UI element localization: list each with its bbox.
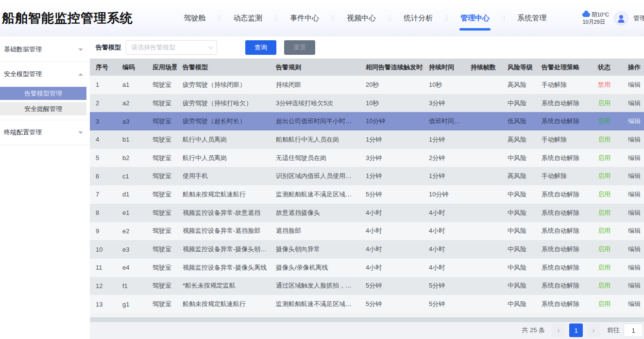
goto-label: 前往	[607, 326, 620, 335]
horizontal-scrollbar[interactable]	[90, 317, 644, 322]
next-page-button[interactable]: ›	[587, 323, 600, 337]
chevron-left-icon: ‹	[558, 326, 560, 334]
cell-index: 3	[90, 112, 117, 130]
nav-item-5[interactable]: 统计分析	[404, 9, 433, 28]
cell-action[interactable]: 编辑	[622, 277, 644, 295]
page-number-1[interactable]: 1	[569, 323, 583, 337]
cell-action[interactable]: 编辑	[622, 204, 644, 222]
user-avatar[interactable]	[614, 11, 628, 26]
cell-status: 启用	[592, 240, 622, 258]
cell-interval: 5分钟	[360, 295, 423, 313]
cell-scene: 驾驶室	[147, 222, 177, 241]
cell-scene: 驾驶室	[147, 76, 177, 94]
cell-model: 视频监控设备异常-故意遮挡	[177, 204, 270, 222]
cell-action[interactable]: 编辑	[622, 149, 644, 167]
select-placeholder: 请选择告警模型	[131, 43, 175, 52]
cell-action[interactable]: 编辑	[622, 185, 644, 204]
cell-interval: 4小时	[360, 240, 423, 258]
cell-scene: 驾驶室	[147, 204, 177, 222]
cell-strategy: 系统自动解除	[536, 222, 592, 241]
nav-item-6[interactable]: 管理中心	[460, 9, 490, 28]
nav-item-1[interactable]: 驾驶舱	[184, 9, 205, 28]
table-row-6[interactable]: 6c1驾驶室使用手机识别区域内值班人员使用手机1分钟1分钟高风险手动解除启用编辑	[90, 167, 644, 185]
sidebar-group-header-1[interactable]: 基础数据管理	[0, 39, 90, 60]
cell-index: 6	[90, 167, 117, 185]
cell-action[interactable]: 编辑	[622, 295, 644, 313]
table-row-9[interactable]: 9e2驾驶室视频监控设备异常-遮挡脸部遮挡脸部4小时4小时中风险系统自动解除启用…	[90, 222, 644, 241]
cell-risk: 低风险	[502, 112, 536, 130]
cell-action[interactable]: 编辑	[622, 76, 644, 94]
cell-model: 船舶未按规定航速航行	[177, 185, 270, 204]
sidebar-group-header-3[interactable]: 终端配置管理	[0, 122, 90, 143]
cell-scene: 驾驶室	[147, 112, 177, 130]
prev-page-button[interactable]: ‹	[552, 323, 565, 337]
cell-interval: 3分钟	[360, 149, 423, 167]
cell-risk: 中风险	[502, 258, 536, 277]
table-row-11[interactable]: 11e4驾驶室视频监控设备异常-摄像头离线摄像头/录像机离线4小时4小时中风险系…	[90, 258, 644, 277]
cell-scene: 驾驶室	[147, 277, 177, 295]
table-row-8[interactable]: 8e1驾驶室视频监控设备异常-故意遮挡故意遮挡摄像头4小时4小时中风险系统自动解…	[90, 204, 644, 222]
reset-button[interactable]: 重置	[284, 40, 315, 55]
column-header-3: 应用场景	[147, 59, 177, 76]
table-row-1[interactable]: 1a1驾驶室疲劳驾驶（持续闭眼）持续闭眼20秒10秒高风险手动解除禁用编辑	[90, 76, 644, 94]
cell-action[interactable]: 编辑	[622, 258, 644, 277]
cell-duration: 值班时间+30分钟	[423, 112, 465, 130]
cell-action[interactable]: 编辑	[622, 112, 644, 130]
cell-model: 航行中人员离岗	[177, 149, 270, 167]
table-row-12[interactable]: 12f1驾驶室*船长未按规定监航通过区域触发人脸抓拍，对船长身份...5分钟5分…	[90, 277, 644, 295]
cell-code: a2	[117, 94, 147, 113]
cell-status: 启用	[592, 222, 622, 241]
column-header-10: 告警处理策略	[536, 59, 592, 76]
sidebar-item-2-2[interactable]: 安全提醒管理	[0, 102, 86, 115]
nav-divider	[502, 15, 505, 21]
cell-index: 9	[90, 222, 117, 241]
cell-action[interactable]: 编辑	[622, 167, 644, 185]
cell-duration: 4小时	[423, 240, 465, 258]
goto-page-input[interactable]	[624, 323, 643, 337]
table-row-4[interactable]: 4b1驾驶室航行中人员离岗船舶航行中无人员在岗1分钟1分钟高风险手动解除启用编辑	[90, 130, 644, 149]
cell-action[interactable]: 编辑	[622, 222, 644, 241]
table-row-10[interactable]: 10e3驾驶室视频监控设备异常-摄像头朝向异常摄像头朝向异常4小时4小时中风险系…	[90, 240, 644, 258]
cell-rule: 通过区域触发人脸抓拍，对船长身份...	[270, 277, 360, 295]
chevron-down-icon	[208, 44, 213, 49]
table-row-13[interactable]: 13g1驾驶室船舶未按规定航速航行监测船舶航速不满足区域航速限制规定5分钟5分钟…	[90, 295, 644, 313]
nav-divider	[332, 15, 334, 21]
cell-status: 启用	[592, 204, 622, 222]
nav-item-3[interactable]: 事件中心	[290, 9, 319, 28]
cell-status: 启用	[592, 185, 622, 204]
cell-action[interactable]: 编辑	[622, 130, 644, 149]
table-row-3[interactable]: 3a3驾驶室疲劳驾驶（超长时长）超出公司值班时间半小时未按规定交接10分钟值班时…	[90, 112, 644, 130]
sidebar-item-2-1[interactable]: 告警模型管理	[0, 87, 86, 100]
cell-status: 启用	[592, 112, 622, 130]
cell-action[interactable]: 编辑	[622, 240, 644, 258]
cell-index: 12	[90, 277, 117, 295]
cell-strategy: 手动解除	[536, 167, 592, 185]
nav-item-2[interactable]: 动态监测	[233, 9, 262, 28]
weather-date: 10月29日	[582, 18, 609, 26]
nav-divider	[218, 15, 220, 21]
cell-risk: 中风险	[502, 94, 536, 113]
cell-code: g1	[117, 295, 147, 313]
cell-index: 2	[90, 94, 117, 113]
query-button[interactable]: 查询	[245, 40, 276, 55]
column-header-9: 风险等级	[502, 59, 536, 76]
sidebar-group-header-2[interactable]: 安全模型管理	[0, 64, 90, 84]
table-tail	[90, 313, 644, 317]
cell-interval: 4小时	[360, 258, 423, 277]
table-row-2[interactable]: 2a2驾驶室疲劳驾驶（持续打哈欠）3分钟连续打哈欠5次10秒3分钟中风险系统自动…	[90, 94, 644, 113]
user-name: 管理员	[633, 14, 644, 23]
table-row-5[interactable]: 5b2驾驶室航行中人员离岗无适任驾驶员在岗3分钟2分钟中风险系统自动解除启用编辑	[90, 149, 644, 167]
alarm-model-select[interactable]: 请选择告警模型	[126, 40, 217, 55]
cell-rule: 识别区域内值班人员使用手机	[270, 167, 360, 185]
nav-item-4[interactable]: 视频中心	[347, 9, 376, 28]
cell-scene: 驾驶室	[147, 295, 177, 313]
cell-model: 视频监控设备异常-摄像头朝向异常	[177, 240, 270, 258]
cell-strategy: 系统自动解除	[536, 277, 592, 295]
cell-rule: 3分钟连续打哈欠5次	[270, 94, 360, 113]
cell-interval: 1分钟	[360, 167, 423, 185]
cell-action[interactable]: 编辑	[622, 94, 644, 113]
cell-duration: 10分钟	[423, 185, 465, 204]
pagination: 共 25 条 ‹ 1 › 前往	[90, 322, 644, 339]
table-row-7[interactable]: 7d1驾驶室船舶未按规定航速航行监测船舶航速不满足区域航速限制规定5分钟10分钟…	[90, 185, 644, 204]
nav-item-7[interactable]: 系统管理	[517, 9, 546, 28]
